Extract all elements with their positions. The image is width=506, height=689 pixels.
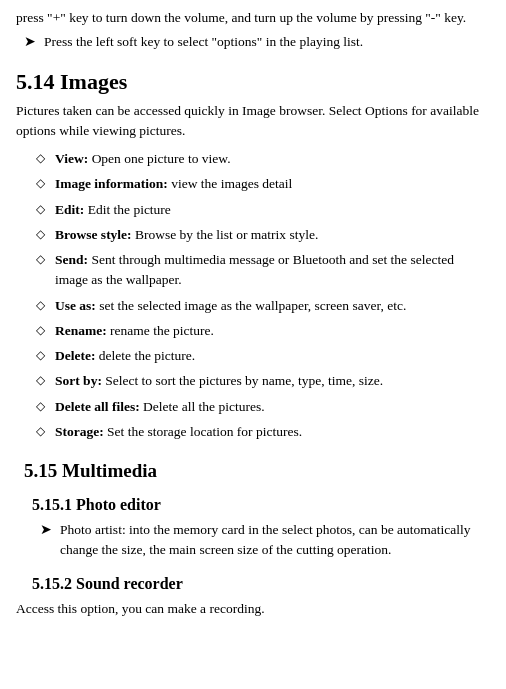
item-text: Storage: Set the storage location for pi…	[55, 422, 302, 442]
section-5-15-heading: 5.15 Multimedia	[16, 460, 490, 482]
diamond-icon: ◇	[36, 227, 45, 242]
item-text: Edit: Edit the picture	[55, 200, 171, 220]
list-item: ◇ Delete all files: Delete all the pictu…	[16, 397, 490, 417]
diamond-icon: ◇	[36, 323, 45, 338]
list-item: ◇ Image information: view the images det…	[16, 174, 490, 194]
item-text: Delete all files: Delete all the picture…	[55, 397, 265, 417]
item-text: Rename: rename the picture.	[55, 321, 214, 341]
list-item: ◇ Use as: set the selected image as the …	[16, 296, 490, 316]
item-text: Send: Sent through multimedia message or…	[55, 250, 490, 291]
section-5-14-list: ◇ View: Open one picture to view. ◇ Imag…	[16, 149, 490, 442]
arrow-icon: ➤	[24, 33, 36, 50]
list-item: ◇ Rename: rename the picture.	[16, 321, 490, 341]
diamond-icon: ◇	[36, 399, 45, 414]
diamond-icon: ◇	[36, 176, 45, 191]
top-bullet-1: ➤ Press the left soft key to select "opt…	[16, 32, 490, 52]
diamond-icon: ◇	[36, 252, 45, 267]
item-text: Image information: view the images detai…	[55, 174, 292, 194]
photo-editor-text: Photo artist: into the memory card in th…	[60, 520, 490, 561]
section-5-15-2-heading: 5.15.2 Sound recorder	[16, 575, 490, 593]
item-text: Use as: set the selected image as the wa…	[55, 296, 406, 316]
section-5-15: 5.15 Multimedia 5.15.1 Photo editor ➤ Ph…	[16, 460, 490, 619]
item-text: Browse style: Browse by the list or matr…	[55, 225, 318, 245]
item-text: Delete: delete the picture.	[55, 346, 195, 366]
section-5-14-intro: Pictures taken can be accessed quickly i…	[16, 101, 490, 142]
section-5-15-1-heading: 5.15.1 Photo editor	[16, 496, 490, 514]
list-item: ◇ Edit: Edit the picture	[16, 200, 490, 220]
diamond-icon: ◇	[36, 348, 45, 363]
top-line-1: press "+" key to turn down the volume, a…	[16, 8, 490, 28]
section-5-15-2: 5.15.2 Sound recorder Access this option…	[16, 575, 490, 619]
top-section: press "+" key to turn down the volume, a…	[16, 8, 490, 53]
diamond-icon: ◇	[36, 151, 45, 166]
list-item: ◇ Send: Sent through multimedia message …	[16, 250, 490, 291]
sound-recorder-text: Access this option, you can make a recor…	[16, 599, 490, 619]
arrow-icon: ➤	[40, 521, 52, 538]
item-text: Sort by: Select to sort the pictures by …	[55, 371, 383, 391]
list-item: ◇ View: Open one picture to view.	[16, 149, 490, 169]
diamond-icon: ◇	[36, 424, 45, 439]
top-bullet-text: Press the left soft key to select "optio…	[44, 32, 363, 52]
list-item: ◇ Delete: delete the picture.	[16, 346, 490, 366]
section-5-14-heading: 5.14 Images	[16, 69, 490, 95]
list-item: ◇ Browse style: Browse by the list or ma…	[16, 225, 490, 245]
list-item: ◇ Sort by: Select to sort the pictures b…	[16, 371, 490, 391]
item-text: View: Open one picture to view.	[55, 149, 231, 169]
section-5-14: 5.14 Images Pictures taken can be access…	[16, 69, 490, 443]
list-item: ◇ Storage: Set the storage location for …	[16, 422, 490, 442]
diamond-icon: ◇	[36, 202, 45, 217]
diamond-icon: ◇	[36, 373, 45, 388]
photo-editor-bullet: ➤ Photo artist: into the memory card in …	[16, 520, 490, 561]
section-5-15-1: 5.15.1 Photo editor ➤ Photo artist: into…	[16, 496, 490, 561]
diamond-icon: ◇	[36, 298, 45, 313]
